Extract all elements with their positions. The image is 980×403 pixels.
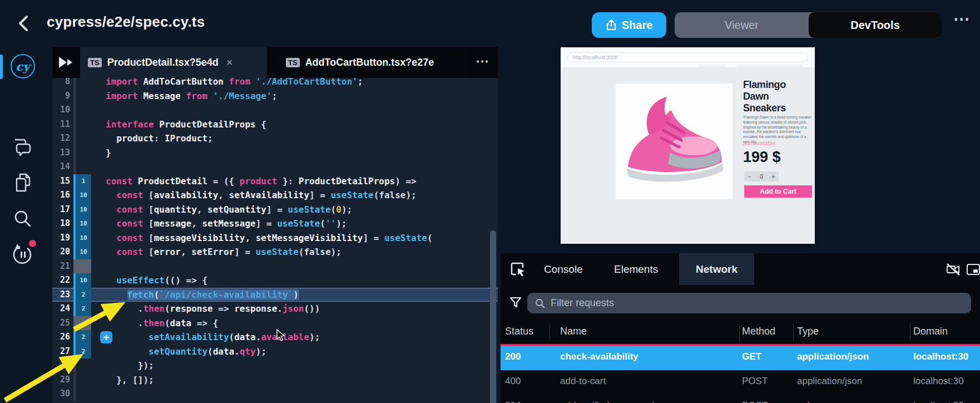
column-header-type[interactable]: Type bbox=[797, 326, 819, 337]
network-request-row[interactable]: 200check-availabilityGETapplication/json… bbox=[501, 346, 980, 370]
code-line[interactable]: 9import Message from './Message'; bbox=[52, 89, 498, 104]
filter-funnel-icon[interactable] bbox=[509, 296, 522, 309]
gutter-margin bbox=[91, 345, 106, 359]
gutter-margin bbox=[91, 131, 106, 146]
tab-elements[interactable]: Elements bbox=[604, 253, 668, 285]
code-line[interactable]: 28 }); bbox=[52, 358, 498, 373]
coverage-count bbox=[73, 358, 91, 373]
code-line[interactable]: 1710 const [quantity, setQuantity] = use… bbox=[52, 203, 498, 217]
code-line[interactable]: 13} bbox=[52, 146, 498, 160]
cypress-logo-icon: cy bbox=[11, 54, 35, 78]
column-divider[interactable] bbox=[910, 323, 910, 341]
browser-chrome: http://localhost:3000 bbox=[561, 47, 815, 68]
chevron-left-icon bbox=[14, 12, 34, 35]
column-divider[interactable] bbox=[793, 323, 794, 341]
sidebar-item-search[interactable] bbox=[10, 206, 36, 232]
request-type: unknown bbox=[797, 400, 835, 403]
sidebar-item-comments[interactable] bbox=[10, 135, 36, 160]
gutter-margin bbox=[91, 259, 106, 274]
code-line[interactable]: 262 setAvailability(data.available);+ bbox=[52, 330, 498, 345]
code-line[interactable]: 2010 const [error, setError] = useState(… bbox=[52, 245, 498, 259]
line-number: 9 bbox=[52, 89, 73, 104]
devtools-panel: Console Elements Network bbox=[501, 253, 980, 403]
line-number: 11 bbox=[52, 117, 73, 132]
code-line[interactable]: 242 .then(response => response.json()) bbox=[52, 302, 498, 316]
quantity-increase-button[interactable]: + bbox=[771, 174, 775, 180]
camera-off-button[interactable] bbox=[946, 262, 962, 279]
run-button[interactable] bbox=[57, 53, 75, 71]
add-assertion-button[interactable]: + bbox=[100, 331, 112, 343]
column-header-status[interactable]: Status bbox=[505, 326, 533, 337]
editor-tab-productdetail[interactable]: TS ProductDetail.tsx?5e4d × bbox=[80, 47, 267, 78]
column-header-domain[interactable]: Domain bbox=[913, 326, 948, 337]
gutter-margin bbox=[91, 103, 106, 117]
request-method: POST bbox=[742, 400, 768, 403]
code-line[interactable]: 30 bbox=[52, 387, 498, 401]
sidebar-item-cypress[interactable]: cy bbox=[10, 53, 36, 79]
column-header-name[interactable]: Name bbox=[560, 326, 587, 337]
gutter-margin bbox=[91, 231, 106, 245]
share-button[interactable]: Share bbox=[592, 12, 666, 38]
code-line[interactable]: 25 .then(data => { bbox=[52, 316, 498, 331]
selection-highlight: fetch(`/api/check-availability`) bbox=[127, 289, 299, 300]
tab-console[interactable]: Console bbox=[534, 253, 593, 285]
code-text: .then(data => { bbox=[106, 316, 498, 331]
gutter-margin bbox=[91, 273, 106, 288]
code-line[interactable]: 1910 const [messageVisibility, setMessag… bbox=[52, 231, 498, 245]
code-line[interactable]: 2210 useEffect(() => { bbox=[52, 273, 498, 288]
request-name: add-verified-command bbox=[560, 400, 654, 403]
top-bar: cypress/e2e/spec.cy.ts Share Viewer DevT… bbox=[0, 0, 980, 47]
code-line[interactable]: 29 }, []); bbox=[52, 373, 498, 387]
code-line[interactable]: 8import AddToCartButton from './AddToCar… bbox=[52, 78, 498, 89]
browser-preview: http://localhost:3000 Flamingo Dawn Snea… bbox=[561, 47, 815, 244]
code-line[interactable]: 1810 const [message, setMessage] = useSt… bbox=[52, 217, 498, 231]
share-icon bbox=[606, 19, 617, 31]
code-line[interactable]: 11interface ProductDetailProps { bbox=[52, 117, 498, 132]
line-number: 23 bbox=[52, 288, 73, 302]
code-line[interactable]: 232 fetch(`/api/check-availability`) bbox=[52, 288, 498, 302]
code-line[interactable]: 14 bbox=[52, 160, 498, 174]
dock-panel-button[interactable] bbox=[966, 262, 980, 279]
search-icon bbox=[13, 209, 33, 229]
sidebar-item-restart[interactable] bbox=[10, 242, 36, 267]
code-area[interactable]: 8import AddToCartButton from './AddToCar… bbox=[52, 78, 498, 403]
request-type: application/json bbox=[797, 351, 869, 362]
code-line[interactable]: 151const ProductDetail = ({ product }: P… bbox=[52, 174, 498, 189]
more-menu-button[interactable]: ⋯ bbox=[953, 9, 971, 28]
viewer-toggle-button[interactable]: Viewer bbox=[675, 12, 809, 38]
scrollbar-thumb[interactable] bbox=[490, 230, 496, 403]
tab-network[interactable]: Network bbox=[679, 253, 754, 285]
tab-overflow-button[interactable]: ⋯ bbox=[476, 53, 489, 69]
add-to-cart-button[interactable]: Add to Cart bbox=[744, 185, 812, 198]
devtools-toggle-button[interactable]: DevTools bbox=[809, 12, 942, 38]
code-line[interactable]: 272 setQuantity(data.qty); bbox=[52, 345, 498, 359]
network-request-row[interactable]: 204add-verified-commandPOSTunknownlocalh… bbox=[501, 395, 980, 403]
editor-tab-addtocartbutton[interactable]: TS AddToCartButton.tsx?e27e bbox=[278, 47, 470, 78]
typescript-badge: TS bbox=[286, 58, 300, 67]
column-divider[interactable] bbox=[550, 323, 550, 341]
code-text bbox=[106, 160, 498, 174]
code-line[interactable]: 12 product: IProduct; bbox=[52, 131, 498, 146]
close-tab-icon[interactable]: × bbox=[226, 56, 233, 69]
code-text: import AddToCartButton from './AddToCart… bbox=[106, 78, 498, 89]
filter-requests-input[interactable] bbox=[551, 297, 943, 309]
line-number: 18 bbox=[52, 217, 73, 231]
code-line[interactable]: 21 bbox=[52, 259, 498, 274]
inspect-element-button[interactable] bbox=[509, 261, 526, 278]
sidebar-item-files[interactable] bbox=[10, 170, 36, 196]
column-header-method[interactable]: Method bbox=[742, 326, 775, 337]
editor-scrollbar[interactable] bbox=[490, 78, 496, 403]
quantity-decrease-button[interactable]: − bbox=[748, 174, 751, 180]
code-line[interactable]: 10 bbox=[52, 103, 498, 117]
gutter-margin bbox=[91, 188, 106, 203]
app-window: cypress/e2e/spec.cy.ts Share Viewer DevT… bbox=[0, 0, 980, 403]
back-button[interactable] bbox=[14, 12, 34, 35]
gutter-margin bbox=[91, 174, 106, 189]
code-line[interactable]: 1610 const [availability, setAvailabilit… bbox=[52, 188, 498, 203]
code-text bbox=[106, 387, 498, 401]
network-request-row[interactable]: 400add-to-cartPOSTapplication/jsonlocalh… bbox=[501, 370, 980, 395]
url-bar[interactable]: http://localhost:3000 bbox=[567, 52, 808, 62]
column-divider[interactable] bbox=[739, 323, 740, 341]
filter-requests-input-wrap[interactable] bbox=[527, 293, 971, 313]
line-number: 30 bbox=[52, 387, 73, 401]
